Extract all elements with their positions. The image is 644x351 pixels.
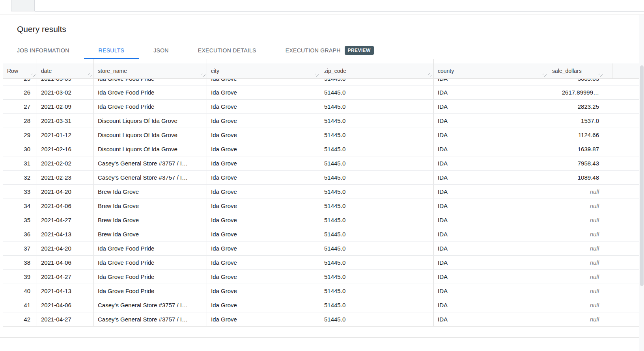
column-header-county: county bbox=[434, 63, 548, 78]
tab-results[interactable]: RESULTS bbox=[84, 43, 139, 59]
tab-execution-details[interactable]: EXECUTION DETAILS bbox=[183, 43, 271, 59]
cell-sale_dollars: null bbox=[548, 270, 604, 284]
cell-store_name: Ida Grove Food Pride bbox=[94, 59, 207, 63]
cell-date: 2021-03-02 bbox=[37, 85, 94, 99]
cell-store_name: Casey's General Store #3757 / I… bbox=[94, 171, 207, 184]
vertical-scrollbar[interactable] bbox=[639, 15, 644, 351]
cell-zip_code: 51445.0 bbox=[320, 79, 434, 85]
column-resize-handle-icon[interactable] bbox=[315, 73, 319, 77]
column-header-label: zip_code bbox=[324, 68, 346, 74]
table-row: 402021-04-13Ida Grove Food PrideIda Grov… bbox=[3, 284, 644, 298]
cell-row: 26 bbox=[3, 85, 37, 99]
cell-county: IDA bbox=[434, 241, 548, 255]
cell-store_name: Brew Ida Grove bbox=[94, 213, 207, 227]
cell-zip_code: 51445.0 bbox=[320, 270, 434, 284]
cell-sale_dollars: null bbox=[548, 256, 604, 269]
table-row: 422021-04-27Casey's General Store #3757 … bbox=[3, 312, 644, 327]
column-resize-handle-icon[interactable] bbox=[428, 73, 432, 77]
tab-label: JSON bbox=[153, 47, 169, 54]
cell-county: IDA bbox=[434, 270, 548, 284]
cell-city: Ida Grove bbox=[207, 185, 320, 199]
cell-city: Ida Grove bbox=[207, 128, 320, 142]
tab-json[interactable]: JSON bbox=[139, 43, 183, 59]
cell-county: IDA bbox=[434, 114, 548, 128]
cell-date: 2021-04-27 bbox=[37, 270, 94, 284]
cell-city: Ida Grove bbox=[207, 156, 320, 170]
cell-row: 40 bbox=[3, 284, 37, 298]
cell-city: Ida Grove bbox=[207, 213, 320, 227]
cell-row: 42 bbox=[3, 312, 37, 326]
cell-sale_dollars: null bbox=[548, 284, 604, 298]
cell-date: 2021-03-09 bbox=[37, 79, 94, 85]
cell-city: Ida Grove bbox=[207, 85, 320, 99]
query-results-panel: Query results JOB INFORMATIONRESULTSJSON… bbox=[0, 15, 644, 327]
cell-zip_code: 51445.0 bbox=[320, 100, 434, 113]
column-resize-handle-icon[interactable] bbox=[202, 73, 205, 77]
cell-date: 2021-02-09 bbox=[37, 100, 94, 113]
table-row: 382021-04-06Ida Grove Food PrideIda Grov… bbox=[3, 256, 644, 270]
cell-sale_dollars: null bbox=[548, 241, 604, 255]
cell-zip_code: 51445.0 bbox=[320, 284, 434, 298]
cell-row: 32 bbox=[3, 171, 37, 184]
cell-city: Ida Grove bbox=[207, 270, 320, 284]
table-body: 262021-03-02Ida Grove Food PrideIda Grov… bbox=[3, 85, 644, 327]
cell-store_name: Ida Grove Food Pride bbox=[94, 85, 207, 99]
cell-city: Ida Grove bbox=[207, 142, 320, 156]
cell-store_name: Discount Liquors Of Ida Grove bbox=[94, 114, 207, 128]
cell-zip_code: 51445.0 bbox=[320, 213, 434, 227]
cell-zip_code: 51445.0 bbox=[320, 142, 434, 156]
column-header-label: store_name bbox=[98, 68, 127, 74]
cell-zip_code: 51445.0 bbox=[320, 256, 434, 269]
cell-zip_code: 51445.0 bbox=[320, 171, 434, 184]
cell-date: 2021-02-23 bbox=[37, 171, 94, 184]
cell-sale_dollars: 2617.89999… bbox=[548, 85, 604, 99]
cell-county: IDA bbox=[434, 59, 548, 63]
cell-date: 2021-01-12 bbox=[37, 128, 94, 142]
tab-execution-graph[interactable]: EXECUTION GRAPHPREVIEW bbox=[271, 43, 388, 59]
column-header-stub bbox=[604, 63, 612, 78]
cell-zip_code: 51445.0 bbox=[320, 185, 434, 199]
cell-city: Ida Grove bbox=[207, 227, 320, 241]
cell-sale_dollars: 3609.03 bbox=[548, 79, 604, 85]
cell-date: 2021-04-06 bbox=[37, 256, 94, 269]
editor-scrollbar-thumb[interactable] bbox=[11, 0, 35, 11]
cell-sale_dollars: 3609.03 bbox=[548, 59, 604, 63]
table-row: 322021-02-23Casey's General Store #3757 … bbox=[3, 171, 644, 185]
cell-row: 25 bbox=[3, 79, 37, 85]
cell-city: Ida Grove bbox=[207, 312, 320, 326]
cell-zip_code: 51445.0 bbox=[320, 312, 434, 326]
column-header-label: city bbox=[211, 68, 219, 74]
cell-store_name: Ida Grove Food Pride bbox=[94, 256, 207, 269]
cell-date: 2021-02-16 bbox=[37, 142, 94, 156]
column-header-label: county bbox=[438, 68, 454, 74]
scrollbar-thumb[interactable] bbox=[640, 65, 644, 286]
table-row: 342021-04-06Brew Ida GroveIda Grove51445… bbox=[3, 199, 644, 213]
cell-county: IDA bbox=[434, 284, 548, 298]
cell-date: 2021-03-31 bbox=[37, 114, 94, 128]
column-resize-handle-icon[interactable] bbox=[32, 73, 35, 77]
cell-date: 2021-02-02 bbox=[37, 156, 94, 170]
cell-date: 2021-04-27 bbox=[37, 213, 94, 227]
scrolled-row-fragment: 252021-03-09Ida Grove Food PrideIda Grov… bbox=[3, 59, 644, 63]
cell-store_name: Ida Grove Food Pride bbox=[94, 241, 207, 255]
cell-sale_dollars: 1537.0 bbox=[548, 114, 604, 128]
column-resize-handle-icon[interactable] bbox=[543, 73, 547, 77]
cell-sale_dollars: null bbox=[548, 185, 604, 199]
column-resize-handle-icon[interactable] bbox=[599, 73, 603, 77]
cell-date: 2021-04-06 bbox=[37, 199, 94, 213]
cell-sale_dollars: null bbox=[548, 213, 604, 227]
cell-city: Ida Grove bbox=[207, 199, 320, 213]
cell-store_name: Ida Grove Food Pride bbox=[94, 270, 207, 284]
cell-county: IDA bbox=[434, 199, 548, 213]
column-resize-handle-icon[interactable] bbox=[88, 73, 92, 77]
table-row: 352021-04-27Brew Ida GroveIda Grove51445… bbox=[3, 213, 644, 227]
cell-sale_dollars: 1124.66 bbox=[548, 128, 604, 142]
cell-sale_dollars: null bbox=[548, 298, 604, 312]
cell-zip_code: 51445.0 bbox=[320, 298, 434, 312]
tab-job-information[interactable]: JOB INFORMATION bbox=[2, 43, 84, 59]
tab-label: EXECUTION GRAPH bbox=[286, 47, 341, 54]
cell-county: IDA bbox=[434, 185, 548, 199]
cell-store_name: Brew Ida Grove bbox=[94, 227, 207, 241]
cell-county: IDA bbox=[434, 256, 548, 269]
cell-date: 2021-04-20 bbox=[37, 185, 94, 199]
